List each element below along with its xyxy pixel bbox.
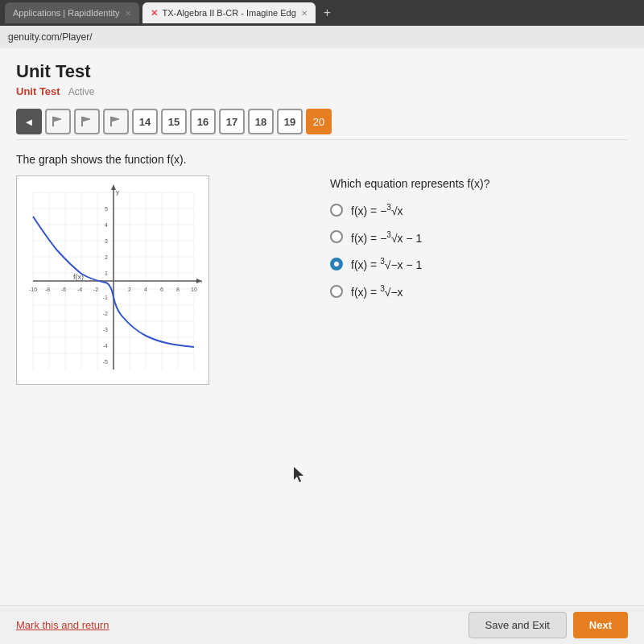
- nav-14[interactable]: 14: [132, 109, 158, 134]
- svg-text:5: 5: [105, 206, 108, 212]
- answer-choice-b[interactable]: f(x) = −3√x − 1: [330, 230, 628, 245]
- svg-text:-2: -2: [93, 287, 98, 292]
- save-exit-button[interactable]: Save and Exit: [469, 612, 567, 638]
- tab-close-1[interactable]: ✕: [125, 9, 131, 18]
- graph-section: The graph shows the function f(x).: [16, 153, 314, 385]
- answer-choice-d[interactable]: f(x) = 3√−x: [330, 284, 628, 299]
- tab-close-2[interactable]: ✕: [301, 9, 308, 18]
- radio-c[interactable]: [330, 258, 343, 270]
- nav-bar: ◄ 14 15 16 17 18 19 20: [0, 104, 644, 139]
- nav-17[interactable]: 17: [219, 109, 245, 134]
- nav-back-button[interactable]: ◄: [16, 109, 42, 134]
- answer-section: Which equation represents f(x)? f(x) = −…: [330, 153, 628, 385]
- address-text: genuity.com/Player/: [8, 31, 93, 43]
- nav-15[interactable]: 15: [161, 109, 187, 134]
- tab-algebra[interactable]: ✕ TX-Algebra II B-CR - Imagine Edg ✕: [142, 2, 316, 23]
- svg-text:-1: -1: [103, 295, 108, 300]
- svg-marker-4: [111, 117, 119, 122]
- svg-text:-2: -2: [103, 311, 108, 316]
- svg-text:8: 8: [176, 287, 180, 292]
- svg-text:x: x: [200, 278, 202, 285]
- answer-question-text: Which equation represents f(x)?: [330, 177, 628, 190]
- mark-link[interactable]: Mark this and return: [16, 619, 109, 631]
- svg-marker-55: [294, 467, 303, 482]
- bottom-buttons: Save and Exit Next: [469, 612, 628, 638]
- flag-icon-3: [109, 115, 122, 128]
- radio-d[interactable]: [330, 285, 343, 298]
- browser-chrome: Applications | RapidIdentity ✕ ✕ TX-Alge…: [0, 0, 644, 26]
- svg-text:y: y: [116, 188, 119, 196]
- svg-text:-3: -3: [103, 327, 108, 332]
- question-area: The graph shows the function f(x).: [0, 140, 644, 398]
- status-badge: Active: [68, 86, 95, 97]
- svg-text:2: 2: [105, 254, 108, 260]
- svg-text:-4: -4: [77, 287, 82, 292]
- radio-a[interactable]: [330, 204, 343, 217]
- bottom-bar: Mark this and return Save and Exit Next: [0, 605, 644, 644]
- answer-choice-a[interactable]: f(x) = −3√x: [330, 203, 628, 217]
- answer-text-a: f(x) = −3√x: [351, 203, 403, 217]
- svg-text:1: 1: [105, 270, 108, 276]
- nav-19[interactable]: 19: [277, 109, 303, 134]
- tab-applications[interactable]: Applications | RapidIdentity ✕: [5, 2, 139, 23]
- nav-flag-1[interactable]: [45, 109, 71, 134]
- svg-text:-8: -8: [45, 287, 50, 292]
- cursor-icon: [294, 467, 307, 483]
- add-tab-button[interactable]: +: [319, 6, 336, 20]
- svg-text:4: 4: [144, 287, 147, 292]
- nav-16[interactable]: 16: [190, 109, 216, 134]
- svg-text:4: 4: [105, 222, 108, 228]
- svg-marker-0: [53, 117, 61, 122]
- breadcrumb-link[interactable]: Unit Test: [16, 85, 60, 97]
- nav-20[interactable]: 20: [306, 109, 332, 134]
- breadcrumb-row: Unit Test Active: [16, 85, 628, 97]
- flag-icon: [52, 115, 64, 128]
- svg-text:2: 2: [128, 287, 131, 292]
- page-header: Unit Test Unit Test Active: [0, 48, 644, 104]
- svg-text:3: 3: [105, 238, 108, 244]
- svg-text:-6: -6: [61, 287, 66, 292]
- tab-label-2: TX-Algebra II B-CR - Imagine Edg: [163, 8, 296, 18]
- radio-b[interactable]: [330, 230, 343, 243]
- svg-text:10: 10: [191, 287, 197, 292]
- page-title: Unit Test: [16, 61, 628, 82]
- address-bar: genuity.com/Player/: [0, 26, 644, 48]
- nav-flag-3[interactable]: [103, 109, 129, 134]
- nav-18[interactable]: 18: [248, 109, 274, 134]
- function-graph: -8 -6 -4 -2 -10 2 4 6 8 10 x 5 4 3 2 1: [25, 184, 202, 378]
- svg-text:-5: -5: [103, 359, 108, 365]
- svg-text:-4: -4: [103, 343, 108, 349]
- question-left-text: The graph shows the function f(x).: [16, 153, 314, 166]
- answer-choice-c[interactable]: f(x) = 3√−x − 1: [330, 257, 628, 271]
- next-button[interactable]: Next: [573, 612, 628, 638]
- flag-icon-2: [80, 115, 93, 128]
- answer-text-b: f(x) = −3√x − 1: [351, 230, 422, 245]
- answer-text-d: f(x) = 3√−x: [351, 284, 403, 299]
- main-content: Unit Test Unit Test Active ◄ 14: [0, 48, 644, 644]
- svg-marker-2: [82, 117, 90, 122]
- nav-flag-2[interactable]: [74, 109, 100, 134]
- graph-container: -8 -6 -4 -2 -10 2 4 6 8 10 x 5 4 3 2 1: [16, 175, 209, 385]
- tab-label: Applications | RapidIdentity: [13, 8, 120, 18]
- tab-icon: ✕: [151, 8, 158, 19]
- svg-text:6: 6: [160, 287, 163, 292]
- answer-text-c: f(x) = 3√−x − 1: [351, 257, 422, 271]
- svg-text:-10: -10: [29, 287, 37, 292]
